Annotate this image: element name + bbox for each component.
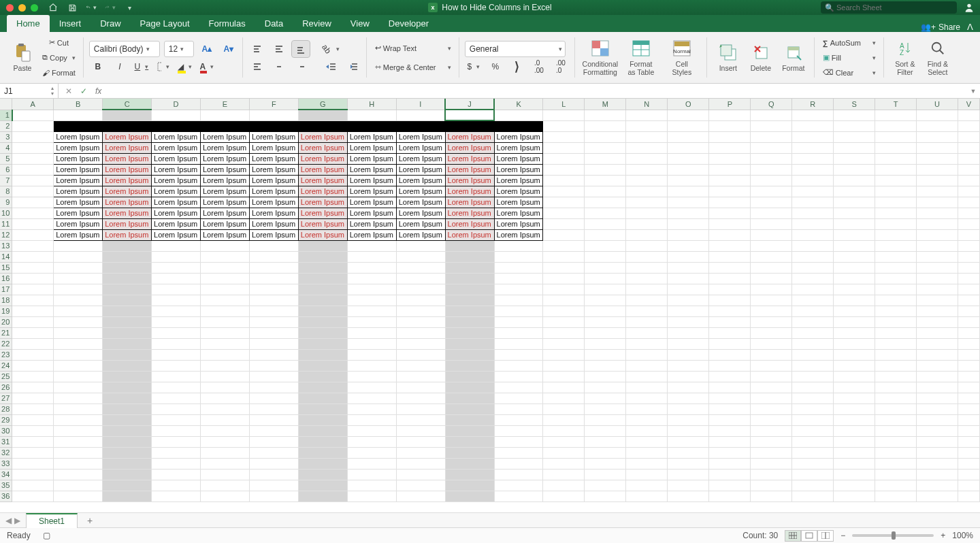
cell-T20[interactable]	[875, 316, 917, 327]
cell-N2[interactable]	[626, 120, 668, 131]
cell-E20[interactable]	[200, 316, 249, 327]
cell-T23[interactable]	[875, 349, 917, 360]
cell-S27[interactable]	[834, 393, 875, 404]
cell-V18[interactable]	[958, 295, 980, 306]
cell-I14[interactable]	[396, 251, 445, 262]
cell-S22[interactable]	[834, 338, 875, 349]
cell-J29[interactable]	[445, 414, 494, 425]
cell-J2[interactable]	[445, 120, 494, 131]
cell-U11[interactable]	[917, 218, 958, 229]
cell-Q34[interactable]	[751, 469, 792, 480]
increase-indent-button[interactable]	[344, 59, 361, 75]
cell-U15[interactable]	[917, 262, 958, 273]
cell-F2[interactable]	[249, 120, 298, 131]
cell-R12[interactable]	[792, 229, 834, 240]
column-header-Q[interactable]: Q	[751, 99, 792, 110]
cell-U28[interactable]	[917, 404, 958, 414]
cell-J33[interactable]	[445, 458, 494, 469]
cell-D36[interactable]	[152, 491, 201, 501]
cell-Q35[interactable]	[751, 480, 792, 491]
copy-button[interactable]: ⧉Copy▾	[39, 51, 78, 65]
cell-B20[interactable]	[54, 316, 103, 327]
cell-F19[interactable]	[249, 306, 298, 316]
zoom-slider[interactable]	[852, 534, 934, 537]
cell-A15[interactable]	[12, 262, 54, 273]
cell-A29[interactable]	[12, 414, 54, 425]
cell-G36[interactable]	[298, 491, 347, 501]
cell-T6[interactable]	[875, 164, 917, 175]
cell-F20[interactable]	[249, 316, 298, 327]
cell-U16[interactable]	[917, 273, 958, 284]
cell-S5[interactable]	[834, 153, 875, 164]
cell-R9[interactable]	[792, 197, 834, 208]
cell-C20[interactable]	[103, 316, 152, 327]
cell-D13[interactable]	[152, 240, 201, 251]
cell-L24[interactable]	[543, 360, 585, 371]
cell-C11[interactable]: Lorem Ipsum	[103, 218, 152, 229]
cell-O34[interactable]	[668, 469, 709, 480]
increase-font-button[interactable]: A▴	[198, 41, 216, 57]
cell-D14[interactable]	[152, 251, 201, 262]
cell-N33[interactable]	[626, 458, 668, 469]
cell-K26[interactable]	[494, 382, 543, 393]
row-header-19[interactable]: 19	[0, 306, 12, 316]
column-header-R[interactable]: R	[792, 99, 834, 110]
cell-C3[interactable]: Lorem Ipsum	[103, 131, 152, 142]
cell-I33[interactable]	[396, 458, 445, 469]
sheet-tab[interactable]: Sheet1	[26, 513, 78, 528]
cell-N10[interactable]	[626, 208, 668, 218]
cell-O32[interactable]	[668, 447, 709, 458]
cell-L36[interactable]	[543, 491, 585, 501]
cell-M35[interactable]	[585, 480, 626, 491]
cell-L9[interactable]	[543, 197, 585, 208]
row-header-36[interactable]: 36	[0, 491, 12, 501]
cell-A6[interactable]	[12, 164, 54, 175]
cell-U4[interactable]	[917, 142, 958, 153]
cell-V14[interactable]	[958, 251, 980, 262]
cell-L33[interactable]	[543, 458, 585, 469]
cell-F12[interactable]: Lorem Ipsum	[249, 229, 298, 240]
cell-B4[interactable]: Lorem Ipsum	[54, 142, 103, 153]
cell-V29[interactable]	[958, 414, 980, 425]
cell-A19[interactable]	[12, 306, 54, 316]
cell-G12[interactable]: Lorem Ipsum	[298, 229, 347, 240]
cell-R5[interactable]	[792, 153, 834, 164]
column-header-F[interactable]: F	[249, 99, 298, 110]
tab-page-layout[interactable]: Page Layout	[131, 15, 199, 32]
cell-Q17[interactable]	[751, 284, 792, 295]
cell-E14[interactable]	[200, 251, 249, 262]
cell-A9[interactable]	[12, 197, 54, 208]
cell-F32[interactable]	[249, 447, 298, 458]
cell-M23[interactable]	[585, 349, 626, 360]
cell-A22[interactable]	[12, 338, 54, 349]
cell-A23[interactable]	[12, 349, 54, 360]
row-header-3[interactable]: 3	[0, 131, 12, 142]
cell-G31[interactable]	[298, 436, 347, 447]
cell-B5[interactable]: Lorem Ipsum	[54, 153, 103, 164]
cell-P5[interactable]	[709, 153, 751, 164]
cell-G8[interactable]: Lorem Ipsum	[298, 186, 347, 197]
cell-B13[interactable]	[54, 240, 103, 251]
cell-D29[interactable]	[152, 414, 201, 425]
cell-K9[interactable]: Lorem Ipsum	[494, 197, 543, 208]
cell-P28[interactable]	[709, 404, 751, 414]
cell-B36[interactable]	[54, 491, 103, 501]
cell-U1[interactable]	[917, 110, 958, 120]
align-middle-button[interactable]	[270, 41, 288, 57]
cell-G16[interactable]	[298, 273, 347, 284]
cell-A2[interactable]	[12, 120, 54, 131]
cell-J21[interactable]	[445, 327, 494, 338]
tab-view[interactable]: View	[341, 15, 379, 32]
cell-H19[interactable]	[347, 306, 396, 316]
cell-P8[interactable]	[709, 186, 751, 197]
cell-I8[interactable]: Lorem Ipsum	[396, 186, 445, 197]
insert-button[interactable]: Insert	[713, 42, 744, 73]
cell-R30[interactable]	[792, 425, 834, 436]
cell-O14[interactable]	[668, 251, 709, 262]
cell-A30[interactable]	[12, 425, 54, 436]
cell-P22[interactable]	[709, 338, 751, 349]
column-header-K[interactable]: K	[494, 99, 543, 110]
cell-U32[interactable]	[917, 447, 958, 458]
view-page-layout-button[interactable]	[801, 530, 817, 542]
cell-R31[interactable]	[792, 436, 834, 447]
